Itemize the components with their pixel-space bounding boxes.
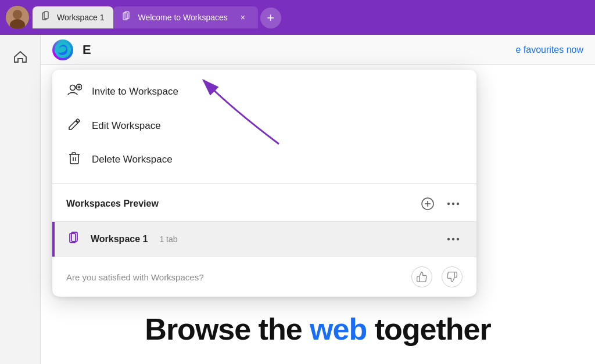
satisfaction-question: Are you satisfied with Workspaces? (66, 272, 402, 282)
workspace-tab-icon (42, 11, 52, 24)
edge-logo (52, 39, 73, 60)
thumbs-up-button[interactable] (411, 266, 432, 287)
sidebar (0, 35, 41, 364)
headline-black2: together (367, 312, 490, 346)
svg-rect-21 (71, 232, 77, 242)
svg-rect-4 (44, 12, 48, 19)
svg-point-8 (70, 85, 76, 91)
svg-point-7 (55, 42, 71, 58)
svg-point-23 (452, 238, 454, 240)
page-title-prefix: E (83, 42, 91, 57)
add-workspace-button[interactable] (418, 194, 437, 213)
satisfaction-row: Are you satisfied with Workspaces? (52, 257, 476, 297)
svg-rect-6 (125, 12, 129, 19)
trash-icon (66, 151, 83, 168)
headline-blue: web (310, 312, 367, 346)
avatar[interactable] (6, 6, 29, 29)
content-area: E e favourites now Browse the web togeth… (0, 35, 595, 364)
headline-black1: Browse the (145, 312, 310, 346)
preview-actions (418, 194, 463, 213)
toolbar-right: e favourites now (515, 45, 583, 55)
workspace-list-item[interactable]: Workspace 1 1 tab (52, 222, 476, 257)
workspace-item-more-button[interactable] (444, 230, 463, 248)
more-workspaces-button[interactable] (444, 194, 463, 213)
svg-point-1 (13, 10, 22, 19)
browse-headline: Browse the web together (145, 312, 490, 347)
menu-divider-1 (52, 183, 476, 184)
svg-point-17 (447, 203, 450, 205)
workspaces-preview-header: Workspaces Preview (52, 186, 476, 222)
svg-point-18 (452, 203, 454, 205)
workspace-item-icon (69, 230, 83, 248)
edit-workspace-label: Edit Workspace (92, 120, 161, 132)
welcome-tab-icon (123, 11, 133, 24)
invite-icon (66, 82, 83, 101)
workspace-item-name: Workspace 1 (91, 234, 148, 244)
tab-workspace1[interactable]: Workspace 1 (33, 6, 113, 28)
invite-workspace-item[interactable]: Invite to Workspace (52, 74, 476, 109)
edit-icon (66, 117, 83, 135)
workspace-item-tabs: 1 tab (159, 235, 177, 244)
menu-section-top: Invite to Workspace Edit Workspace (52, 70, 476, 181)
svg-point-24 (457, 238, 459, 240)
thumbs-down-button[interactable] (442, 266, 463, 287)
svg-point-22 (447, 238, 450, 240)
svg-point-19 (457, 203, 459, 205)
close-tab-button[interactable]: × (237, 12, 249, 23)
add-tab-button[interactable]: + (260, 8, 281, 28)
favourites-link[interactable]: e favourites now (515, 45, 583, 55)
home-icon[interactable] (10, 46, 31, 67)
tab2-label: Welcome to Workspaces (138, 13, 227, 22)
avatar-image (6, 6, 29, 29)
delete-workspace-item[interactable]: Delete Workspace (52, 143, 476, 176)
edit-workspace-item[interactable]: Edit Workspace (52, 109, 476, 143)
dropdown-menu: Invite to Workspace Edit Workspace (52, 70, 476, 297)
browser-chrome: Workspace 1 Welcome to Workspaces × + (0, 0, 595, 35)
tab-group: Workspace 1 Welcome to Workspaces × + (33, 6, 589, 28)
delete-workspace-label: Delete Workspace (92, 154, 173, 165)
toolbar-strip: E e favourites now (41, 35, 595, 65)
workspaces-preview-title: Workspaces Preview (66, 199, 418, 209)
workspaces-preview-section: Workspaces Preview (52, 186, 476, 297)
tab1-label: Workspace 1 (57, 13, 104, 22)
invite-workspace-label: Invite to Workspace (92, 86, 178, 98)
tab-welcome[interactable]: Welcome to Workspaces × (113, 6, 257, 28)
